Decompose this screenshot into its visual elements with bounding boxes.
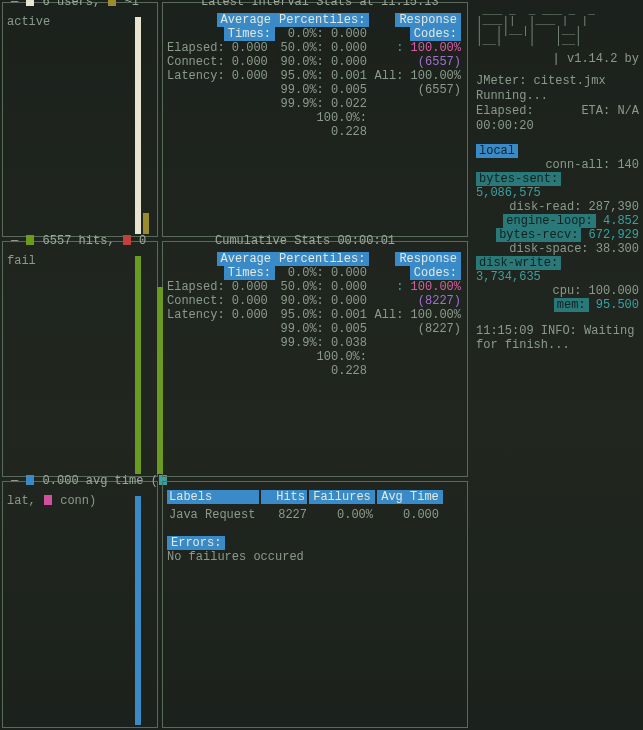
cum-rc-count: (8227) — [371, 294, 461, 308]
avg-bar-area — [135, 496, 153, 725]
active-bar — [143, 213, 149, 235]
int-connect: Connect: 0.000 — [167, 55, 275, 69]
hdr-percentiles2: Percentiles: — [275, 252, 369, 266]
users-bar-area — [135, 17, 153, 234]
version-label: | v1.14.2 by — [476, 52, 639, 66]
td-label: Java Request — [167, 508, 259, 522]
cumulative-panel: Cumulative Stats 00:00:01 Average Percen… — [162, 241, 468, 476]
users-bar — [135, 17, 141, 234]
m-dread-lbl: disk-read: — [509, 200, 581, 214]
cum-connect: Connect: 0.000 — [167, 294, 275, 308]
m-dread-val: 287,390 — [589, 200, 639, 214]
left-column: ─ 6 users, ~1 active ─ 6557 hits, 0 fail — [0, 0, 160, 730]
fail-count-label: 0 — [139, 234, 146, 248]
logo-ascii: ___ _ _ ___ _ _ |___|| |___ | | | ||__||… — [476, 6, 639, 46]
int-all-count: (6557) — [371, 83, 461, 97]
cumulative-grid: Average Percentiles: Response Times: 0.0… — [167, 252, 463, 378]
int-rc-count: (6557) — [371, 55, 461, 69]
th-avgtime: Avg Time — [377, 490, 443, 504]
th-hits: Hits — [261, 490, 307, 504]
avg-bar — [135, 496, 141, 725]
interval-grid: Average Percentiles: Response Times: 0.0… — [167, 13, 463, 139]
meta-block: JMeter: citest.jmx Running... Elapsed: E… — [476, 74, 639, 134]
local-metrics: local conn-all: 140 bytes-sent: 5,086,57… — [476, 144, 639, 312]
running-label: Running... — [476, 89, 639, 104]
users-panel: ─ 6 users, ~1 active — [2, 2, 158, 237]
cum-latency: Latency: 0.000 — [167, 308, 275, 322]
th-labels: Labels — [167, 490, 259, 504]
int-p100: 100.0%: 0.228 — [275, 111, 371, 139]
td-hits: 8227 — [259, 508, 309, 522]
int-p50: 50.0%: 0.000 — [275, 41, 371, 55]
m-dwrite-lbl: disk-write: — [476, 256, 561, 270]
int-elapsed: Elapsed: 0.000 — [167, 41, 275, 55]
cum-rc-pct: 100.00% — [411, 280, 461, 294]
hits-bar — [135, 256, 141, 473]
hits-panel-title: ─ 6557 hits, 0 — [11, 234, 146, 248]
cum-all-pct: All: 100.00% — [371, 308, 461, 322]
int-latency: Latency: 0.000 — [167, 69, 275, 83]
users-tilde-label: ~1 — [125, 0, 139, 9]
td-avg: 0.000 — [375, 508, 441, 522]
m-dspace-val: 38.300 — [596, 242, 639, 256]
root-layout: ─ 6 users, ~1 active ─ 6557 hits, 0 fail — [0, 0, 643, 730]
m-brecv-val: 672,929 — [589, 228, 639, 242]
right-column: ___ _ _ ___ _ _ |___|| |___ | | | ||__||… — [470, 0, 643, 730]
interval-panel: Latest Interval Stats at 11:15:13 Averag… — [162, 2, 468, 237]
m-bsent-val: 5,086,575 — [476, 186, 639, 200]
m-dwrite-val: 3,734,635 — [476, 270, 639, 284]
avg-panel-title: ─ 0.000 avg time ( — [11, 474, 168, 488]
int-all-pct: All: 100.00% — [371, 69, 461, 83]
cum-elapsed: Elapsed: 0.000 — [167, 280, 275, 294]
m-brecv-lbl: bytes-recv: — [496, 228, 581, 242]
interval-title: Latest Interval Stats at 11:15:13 — [201, 0, 439, 9]
active-square-icon — [108, 0, 116, 6]
int-rc-pct: 100.00% — [411, 41, 461, 55]
avg-time-label: 0.000 avg time ( — [43, 474, 158, 488]
labels-panel: Labels Hits Failures Avg Time Java Reque… — [162, 481, 468, 728]
hits-panel: ─ 6557 hits, 0 fail — [2, 241, 158, 476]
hits-count-label: 6557 hits, — [43, 234, 122, 248]
int-p90: 90.0%: 0.000 — [275, 55, 371, 69]
int-p0: 0.0%: 0.000 — [275, 27, 371, 41]
hdr-times: Times: — [224, 27, 275, 41]
cum-p50: 50.0%: 0.000 — [275, 280, 371, 294]
cum-all-count: (8227) — [371, 322, 461, 336]
m-eloop-lbl: engine-loop: — [503, 214, 595, 228]
cum-p99: 99.0%: 0.005 — [275, 322, 371, 336]
cum-p999: 99.9%: 0.038 — [275, 336, 371, 350]
local-header: local — [476, 144, 518, 158]
table-row: Java Request 8227 0.00% 0.000 — [167, 508, 463, 522]
hdr-response2: Response — [395, 252, 461, 266]
cum-p95: 95.0%: 0.001 — [275, 308, 371, 322]
fail-square-icon — [123, 235, 131, 245]
hdr-response: Response — [395, 13, 461, 27]
hdr-codes2: Codes: — [410, 266, 461, 280]
cum-side-bar — [157, 287, 165, 474]
eta-label: ETA: N/A — [581, 104, 639, 119]
hits-subtitle: fail — [7, 254, 153, 268]
cum-p90: 90.0%: 0.000 — [275, 294, 371, 308]
elapsed-value: 00:00:20 — [476, 119, 639, 134]
elapsed-label: Elapsed: — [476, 104, 534, 118]
hits-square-icon — [26, 235, 34, 245]
hdr-times2: Times: — [224, 266, 275, 280]
users-count-label: 6 users, — [43, 0, 108, 9]
hdr-average: Average — [217, 13, 275, 27]
cumulative-title: Cumulative Stats 00:00:01 — [215, 234, 395, 248]
m-cpu-lbl: cpu: — [553, 284, 582, 298]
m-conn-val: 140 — [617, 158, 639, 172]
log-line: 11:15:09 INFO: Waiting for finish... — [476, 324, 639, 352]
errors-header: Errors: — [167, 536, 225, 550]
users-panel-title: ─ 6 users, ~1 — [11, 0, 139, 9]
users-square-icon — [26, 0, 34, 6]
td-fail: 0.00% — [309, 508, 375, 522]
avg-panel: ─ 0.000 avg time ( lat, conn) — [2, 481, 158, 728]
hdr-percentiles: Percentiles: — [275, 13, 369, 27]
conn-square-icon — [44, 495, 52, 505]
int-p95: 95.0%: 0.001 — [275, 69, 371, 83]
m-bsent-lbl: bytes-sent: — [476, 172, 561, 186]
int-p99: 99.0%: 0.005 — [275, 83, 371, 97]
th-failures: Failures — [309, 490, 375, 504]
m-cpu-val: 100.000 — [589, 284, 639, 298]
